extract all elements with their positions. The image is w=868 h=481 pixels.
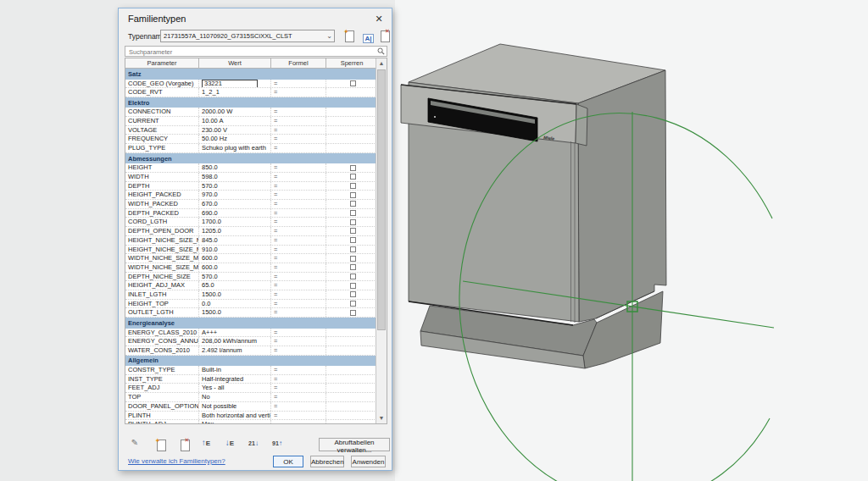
formula-cell[interactable]: =: [271, 200, 326, 208]
param-value-cell[interactable]: 0.0: [199, 300, 271, 308]
param-value-cell[interactable]: 600.0: [199, 254, 271, 263]
formula-cell[interactable]: =: [271, 393, 326, 401]
column-header-sperren[interactable]: Sperren: [326, 58, 377, 69]
param-value-cell[interactable]: Schuko plug with earth: [199, 144, 271, 152]
formula-cell[interactable]: =: [271, 246, 326, 254]
formula-cell[interactable]: =: [271, 281, 326, 290]
formula-cell[interactable]: =: [271, 117, 326, 125]
lock-checkbox[interactable]: [350, 237, 356, 243]
lock-checkbox[interactable]: [350, 165, 356, 171]
formula-cell[interactable]: =: [271, 126, 326, 135]
formula-cell[interactable]: =: [271, 308, 326, 317]
formula-cell[interactable]: [271, 420, 326, 423]
formula-cell[interactable]: =: [271, 209, 326, 218]
edit-parameter-button[interactable]: ✎: [126, 438, 143, 452]
ok-button[interactable]: OK: [273, 456, 303, 467]
formula-cell[interactable]: =: [271, 254, 326, 263]
cancel-button[interactable]: Abbrechen: [310, 456, 344, 467]
lock-checkbox[interactable]: [350, 283, 356, 289]
lock-checkbox[interactable]: [350, 210, 356, 216]
section-header-energieanalyse[interactable]: Energieanalyse⌃: [125, 318, 387, 329]
lock-checkbox[interactable]: [350, 201, 356, 207]
param-value-cell[interactable]: 690.0: [199, 209, 271, 218]
scroll-up-icon[interactable]: ▲: [376, 58, 387, 69]
formula-cell[interactable]: =: [271, 144, 326, 152]
sort-descending-button[interactable]: 91↑: [269, 438, 286, 452]
formula-cell[interactable]: =: [271, 263, 326, 272]
table-scrollbar[interactable]: ▲ ▼: [376, 58, 387, 423]
delete-parameter-button[interactable]: ✕: [174, 438, 191, 452]
formula-cell[interactable]: =: [271, 108, 326, 116]
param-value-cell[interactable]: 570.0: [199, 182, 271, 191]
formula-cell[interactable]: =: [271, 384, 326, 392]
formula-cell[interactable]: =: [271, 329, 326, 337]
param-value-cell[interactable]: 670.0: [199, 200, 271, 208]
new-parameter-button[interactable]: ✦: [150, 438, 167, 452]
param-value-cell[interactable]: Both horizontal and vertic: [199, 412, 271, 420]
lock-checkbox[interactable]: [350, 310, 356, 316]
section-header-abmessungen[interactable]: Abmessungen⌃: [125, 153, 387, 164]
value-edit-field[interactable]: 33221: [202, 80, 258, 88]
column-header-formel[interactable]: Formel: [271, 58, 326, 69]
rename-type-button[interactable]: A|: [361, 29, 376, 43]
formula-cell[interactable]: =: [271, 218, 326, 226]
lock-checkbox[interactable]: [350, 192, 356, 198]
lock-checkbox[interactable]: [350, 183, 356, 189]
lock-checkbox[interactable]: [350, 246, 356, 252]
param-value-cell[interactable]: 33221: [199, 80, 271, 88]
formula-cell[interactable]: =: [271, 337, 326, 346]
scrollbar-thumb[interactable]: [377, 69, 386, 330]
delete-type-button[interactable]: ✕: [378, 29, 392, 43]
formula-cell[interactable]: =: [271, 173, 326, 181]
search-input[interactable]: [127, 47, 376, 58]
param-value-cell[interactable]: 1500.0: [199, 290, 271, 299]
scroll-down-icon[interactable]: ▼: [376, 413, 387, 423]
formula-cell[interactable]: =: [271, 375, 326, 384]
param-value-cell[interactable]: 910.0: [199, 246, 271, 254]
param-value-cell[interactable]: Not possible: [199, 402, 271, 411]
param-value-cell[interactable]: 1500.0: [199, 308, 271, 317]
formula-cell[interactable]: =: [271, 135, 326, 143]
param-value-cell[interactable]: 50.00 Hz: [199, 135, 271, 143]
lock-checkbox[interactable]: [350, 301, 356, 307]
section-header-allgemein[interactable]: Allgemein⌃: [125, 356, 387, 367]
param-value-cell[interactable]: A+++: [199, 329, 271, 337]
lock-checkbox[interactable]: [350, 291, 356, 297]
formula-cell[interactable]: =: [271, 163, 326, 172]
param-value-cell[interactable]: 850.0: [199, 163, 271, 172]
param-value-cell[interactable]: 598.0: [199, 173, 271, 181]
formula-cell[interactable]: =: [271, 80, 326, 88]
param-value-cell[interactable]: No: [199, 393, 271, 401]
help-link[interactable]: Wie verwalte ich Familientypen?: [128, 457, 225, 465]
sort-ascending-button[interactable]: 21↓: [245, 438, 262, 452]
param-value-cell[interactable]: 65.0: [199, 281, 271, 290]
typename-dropdown[interactable]: 21731557A_11070920_G7315SCiXXL_CLST ⌄: [160, 30, 335, 42]
close-icon[interactable]: ✕: [373, 13, 385, 25]
formula-cell[interactable]: =: [271, 227, 326, 235]
lock-checkbox[interactable]: [350, 256, 356, 262]
param-value-cell[interactable]: Yes - all: [199, 384, 271, 392]
lock-checkbox[interactable]: [350, 228, 356, 234]
param-value-cell[interactable]: 230.00 V: [199, 126, 271, 135]
formula-cell[interactable]: =: [271, 412, 326, 420]
formula-cell[interactable]: =: [271, 88, 326, 97]
lock-checkbox[interactable]: [350, 264, 356, 270]
section-header-elektro[interactable]: Elektro⌃: [125, 97, 387, 108]
param-value-cell[interactable]: 970.0: [199, 191, 271, 199]
formula-cell[interactable]: =: [271, 402, 326, 411]
param-value-cell[interactable]: 2.492 l/annum: [199, 346, 271, 355]
lock-checkbox[interactable]: [350, 219, 356, 225]
lock-checkbox[interactable]: [350, 174, 356, 180]
param-value-cell[interactable]: 600.0: [199, 263, 271, 272]
formula-cell[interactable]: =: [271, 366, 326, 374]
formula-cell[interactable]: =: [271, 300, 326, 308]
lock-checkbox[interactable]: [350, 274, 356, 279]
apply-button[interactable]: Anwenden: [351, 456, 386, 467]
param-value-cell[interactable]: 10.00 A: [199, 117, 271, 125]
param-value-cell[interactable]: 1_2_1: [199, 88, 271, 97]
move-up-button[interactable]: ↑E: [198, 438, 214, 452]
formula-cell[interactable]: =: [271, 346, 326, 355]
param-value-cell[interactable]: Max.: [199, 420, 271, 423]
move-down-button[interactable]: ↓E: [221, 438, 238, 452]
section-header-satz[interactable]: Satz⌃: [125, 69, 387, 80]
